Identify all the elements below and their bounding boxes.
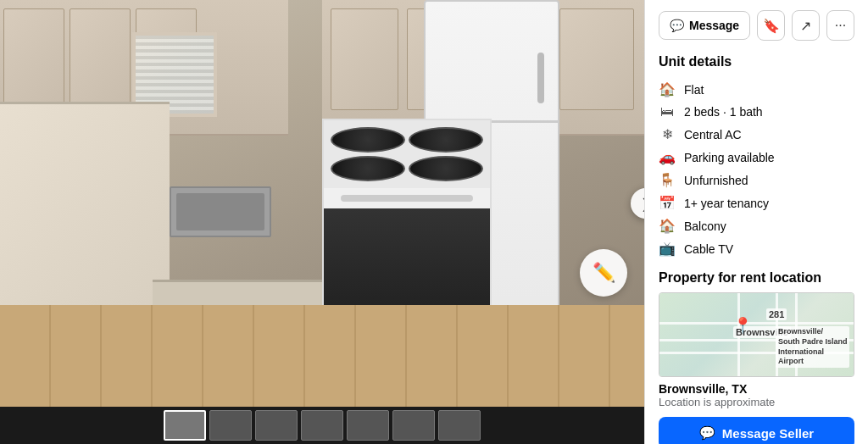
kitchen-floor bbox=[0, 305, 644, 407]
save-button[interactable]: 🔖 bbox=[757, 10, 785, 41]
message-label: Message bbox=[689, 19, 739, 32]
message-seller-label: Message Seller bbox=[722, 426, 814, 441]
detail-item: 📅 1+ year tenancy bbox=[659, 191, 854, 214]
detail-icon: 📺 bbox=[659, 241, 676, 257]
detail-label: Central AC bbox=[684, 128, 742, 142]
message-seller-icon: 💬 bbox=[699, 425, 715, 441]
thumbnail-2[interactable] bbox=[209, 410, 252, 441]
thumbnail-6[interactable] bbox=[392, 410, 435, 441]
detail-item: 🚗 Parking available bbox=[659, 146, 854, 169]
detail-item: 🛏 2 beds · 1 bath bbox=[659, 101, 854, 123]
main-photo: ✏️ ❯ bbox=[0, 0, 644, 407]
map-location-pin: 📍 bbox=[733, 316, 752, 335]
detail-label: Flat bbox=[684, 83, 704, 97]
detail-label: Cable TV bbox=[684, 242, 733, 256]
detail-item: 🪑 Unfurnished bbox=[659, 169, 854, 191]
more-options-button[interactable]: ··· bbox=[826, 10, 854, 41]
kitchen-counter bbox=[0, 102, 170, 305]
detail-icon: 🪑 bbox=[659, 172, 676, 188]
detail-icon: 🏠 bbox=[659, 81, 676, 97]
pencil-icon: ✏️ bbox=[593, 262, 615, 284]
thumbnail-1[interactable] bbox=[164, 410, 206, 441]
unit-details-title: Unit details bbox=[659, 54, 854, 69]
unit-details-list: 🏠 Flat 🛏 2 beds · 1 bath ❄ Central AC 🚗 … bbox=[659, 78, 854, 260]
property-map[interactable]: Brownsville 281 Brownsville/South Padre … bbox=[659, 292, 854, 377]
thumbnail-5[interactable] bbox=[347, 410, 389, 441]
right-panel: 💬 Message 🔖 ↗ ··· Unit details 🏠 Flat 🛏 … bbox=[644, 0, 868, 444]
detail-label: 1+ year tenancy bbox=[684, 197, 769, 210]
location-note: Location is approximate bbox=[659, 396, 854, 408]
detail-icon: 📅 bbox=[659, 195, 676, 211]
detail-icon: ❄ bbox=[659, 126, 676, 142]
detail-label: 2 beds · 1 bath bbox=[684, 105, 763, 119]
thumbnail-7[interactable] bbox=[438, 410, 481, 441]
detail-item: 📺 Cable TV bbox=[659, 237, 854, 260]
map-airport-label: Brownsville/South Padre IslandInternatio… bbox=[776, 326, 850, 368]
detail-item: 🏠 Flat bbox=[659, 78, 854, 101]
detail-label: Unfurnished bbox=[684, 174, 748, 187]
chevron-right-icon: ❯ bbox=[641, 196, 645, 212]
detail-icon: 🚗 bbox=[659, 149, 676, 165]
thumbnail-strip bbox=[0, 407, 644, 444]
map-section-title: Property for rent location bbox=[659, 270, 854, 286]
detail-item: ❄ Central AC bbox=[659, 123, 854, 146]
map-road-label: 281 bbox=[766, 308, 787, 320]
message-button[interactable]: 💬 Message bbox=[659, 11, 750, 40]
detail-icon: 🛏 bbox=[659, 104, 676, 119]
detail-label: Parking available bbox=[684, 151, 775, 164]
detail-item: 🏠 Balcony bbox=[659, 214, 854, 237]
kitchen-sink bbox=[170, 186, 271, 237]
action-toolbar: 💬 Message 🔖 ↗ ··· bbox=[659, 10, 854, 41]
location-city: Brownsville, TX bbox=[659, 382, 854, 396]
message-icon: 💬 bbox=[670, 19, 684, 32]
bookmark-icon: 🔖 bbox=[763, 18, 780, 34]
detail-icon: 🏠 bbox=[659, 218, 676, 234]
ellipsis-icon: ··· bbox=[835, 18, 846, 33]
edit-button[interactable]: ✏️ bbox=[580, 249, 627, 297]
thumbnail-3[interactable] bbox=[255, 410, 298, 441]
detail-label: Balcony bbox=[684, 219, 726, 233]
photo-panel: ✏️ ❯ bbox=[0, 0, 644, 444]
thumbnail-4[interactable] bbox=[301, 410, 343, 441]
message-seller-button[interactable]: 💬 Message Seller bbox=[659, 417, 854, 444]
share-button[interactable]: ↗ bbox=[792, 10, 820, 41]
share-icon: ↗ bbox=[800, 18, 811, 34]
